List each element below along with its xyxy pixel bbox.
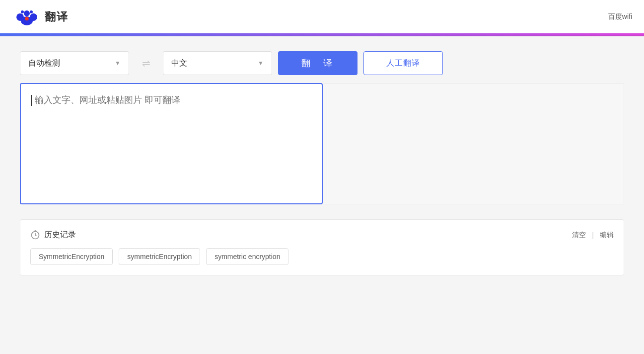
- output-panel: [323, 83, 624, 204]
- swap-button[interactable]: ⇌: [135, 52, 157, 74]
- clear-history-button[interactable]: 清空: [572, 231, 586, 240]
- text-cursor: [31, 95, 32, 106]
- history-header: 历史记录 清空 | 编辑: [30, 230, 614, 240]
- header-wifi-text: 百度wifi: [608, 12, 632, 21]
- history-item[interactable]: symmetricEncryption: [119, 248, 200, 265]
- main-content: 自动检测 ▼ ⇌ 中文 ▼ 翻 译 人工翻译: [0, 36, 644, 290]
- history-section: 历史记录 清空 | 编辑 SymmetricEncryptionsymmetri…: [20, 219, 624, 275]
- toolbar: 自动检测 ▼ ⇌ 中文 ▼ 翻 译 人工翻译: [20, 51, 624, 75]
- translation-container: [20, 83, 624, 204]
- chevron-down-icon: ▼: [115, 60, 121, 67]
- source-lang-label: 自动检测: [28, 58, 60, 69]
- logo-text: 翻译: [45, 9, 69, 24]
- target-lang-select[interactable]: 中文 ▼: [163, 51, 272, 75]
- input-panel[interactable]: [20, 83, 323, 204]
- translate-button[interactable]: 翻 译: [278, 51, 358, 75]
- human-translate-button[interactable]: 人工翻译: [363, 51, 443, 75]
- history-item[interactable]: symmetric encryption: [206, 248, 288, 265]
- source-text-input[interactable]: [21, 84, 322, 201]
- history-item[interactable]: SymmetricEncryption: [30, 248, 113, 265]
- swap-icon: ⇌: [142, 57, 150, 69]
- history-actions: 清空 | 编辑: [572, 231, 614, 240]
- history-items-list: SymmetricEncryptionsymmetricEncryptionsy…: [30, 248, 614, 265]
- history-title-area: 历史记录: [30, 230, 76, 240]
- baidu-logo-icon: [12, 6, 42, 28]
- header: 翻译 百度wifi: [0, 0, 644, 35]
- svg-point-6: [30, 10, 33, 13]
- history-clock-icon: [30, 230, 40, 240]
- history-title-text: 历史记录: [44, 230, 76, 240]
- svg-point-1: [24, 10, 30, 16]
- svg-point-5: [21, 10, 24, 13]
- logo-area: 翻译: [12, 6, 69, 28]
- source-lang-select[interactable]: 自动检测 ▼: [20, 51, 129, 75]
- actions-divider: |: [592, 231, 594, 239]
- svg-point-4: [25, 16, 29, 20]
- edit-history-button[interactable]: 编辑: [600, 231, 614, 240]
- chevron-down-icon-2: ▼: [258, 60, 264, 67]
- target-lang-label: 中文: [171, 58, 187, 69]
